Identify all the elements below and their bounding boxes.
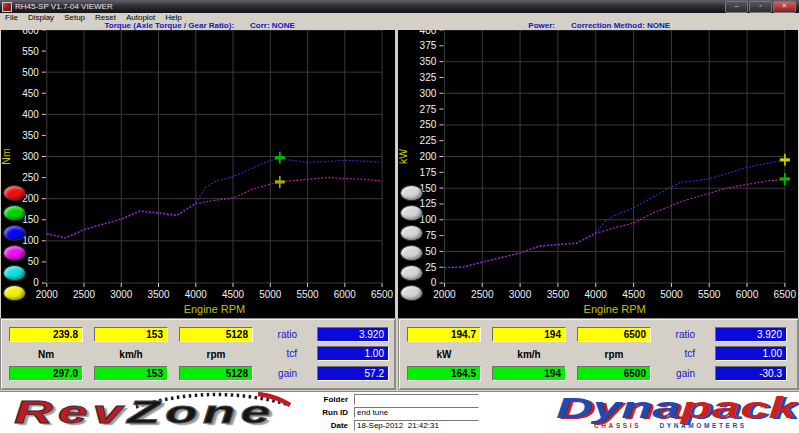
unit-label-kmh: km/h: [94, 349, 168, 361]
gain-value: 57.2: [317, 366, 389, 381]
svg-text:4000: 4000: [185, 289, 208, 300]
cursor2-torque-value: 297.0: [9, 366, 83, 381]
svg-text:100: 100: [22, 235, 39, 246]
run-button-green[interactable]: [3, 205, 26, 221]
tcf-label: tcf: [239, 346, 297, 361]
unit-label-kmh: km/h: [492, 349, 566, 361]
svg-text:250: 250: [22, 172, 39, 183]
torque-chart-title: Torque (Axle Torque / Gear Ratio):: [105, 22, 235, 30]
svg-text:4500: 4500: [222, 289, 245, 300]
run-button-gray-2[interactable]: [400, 205, 423, 221]
svg-text:0: 0: [33, 277, 39, 288]
dynapack-logo-text-pack: pack: [681, 391, 797, 424]
footer-bar: RevZone Folder Run ID Date Dynapack CHAS…: [0, 391, 799, 433]
svg-text:6000: 6000: [334, 289, 357, 300]
svg-text:550: 550: [22, 46, 39, 57]
revzone-logo-text-zone: Zone: [127, 395, 275, 430]
svg-text:350: 350: [420, 56, 437, 67]
svg-text:75: 75: [425, 230, 437, 241]
svg-text:5500: 5500: [296, 289, 319, 300]
svg-text:Engine RPM: Engine RPM: [184, 303, 245, 315]
svg-text:6500: 6500: [371, 289, 394, 300]
menu-display[interactable]: Display: [23, 13, 59, 22]
svg-text:3000: 3000: [509, 289, 532, 300]
torque-readout-panel: 239.8 153 5128 Nm km/h rpm 297.0 153 512…: [0, 318, 396, 390]
cursor2-speed-value: 153: [94, 366, 168, 381]
unit-label-nm: Nm: [9, 349, 83, 361]
run-button-blue[interactable]: [3, 225, 26, 241]
run-button-yellow[interactable]: [3, 285, 26, 301]
app-icon: [2, 2, 12, 12]
torque-plot[interactable]: 0501001502002503003504004505005506002000…: [1, 30, 395, 318]
date-input[interactable]: [354, 420, 479, 431]
svg-text:500: 500: [22, 67, 39, 78]
svg-text:2500: 2500: [471, 289, 494, 300]
gain-label: gain: [239, 366, 297, 381]
ratio-label: ratio: [239, 327, 297, 342]
menu-setup[interactable]: Setup: [59, 13, 90, 22]
svg-text:450: 450: [22, 88, 39, 99]
svg-text:0: 0: [431, 278, 437, 289]
svg-text:2500: 2500: [73, 289, 96, 300]
maximize-button[interactable]: ▫: [749, 1, 772, 13]
power-plot[interactable]: 0255075100125150175200225250275300325350…: [398, 30, 798, 318]
svg-text:350: 350: [22, 130, 39, 141]
unit-label-kw: kW: [407, 349, 481, 361]
run-id-label: Run ID: [303, 407, 348, 419]
cursor2-power-value: 164.5: [407, 366, 481, 381]
torque-chart[interactable]: 0501001502002503003504004505005506002000…: [1, 30, 395, 318]
run-button-cyan[interactable]: [3, 265, 26, 281]
ratio-value: 3.920: [317, 327, 389, 342]
svg-text:6000: 6000: [736, 289, 759, 300]
revzone-logo-text-rev: Rev: [14, 395, 127, 430]
title-bar[interactable]: RH45-SP V1.7-04 VIEWER – ▫ ✕: [0, 0, 799, 13]
run-button-red[interactable]: [3, 185, 26, 201]
window-title: RH45-SP V1.7-04 VIEWER: [15, 2, 113, 11]
run-button-magenta[interactable]: [3, 245, 26, 261]
cursor1-torque-value: 239.8: [9, 327, 83, 342]
svg-text:kW: kW: [398, 149, 409, 164]
run-info-fields: Folder Run ID Date: [303, 394, 493, 432]
torque-correction-status: Corr: NONE: [250, 22, 295, 30]
close-button[interactable]: ✕: [773, 1, 796, 13]
minimize-button[interactable]: –: [725, 1, 748, 13]
svg-text:50: 50: [28, 256, 40, 267]
power-chart-title: Power:: [528, 22, 555, 30]
date-label: Date: [303, 420, 348, 432]
svg-text:6500: 6500: [774, 289, 797, 300]
run-button-gray-6[interactable]: [400, 285, 423, 301]
power-readout-panel: 194.7 194 6500 kW km/h rpm 164.5 194 650…: [398, 318, 799, 390]
svg-text:Nm: Nm: [1, 148, 12, 165]
svg-text:175: 175: [420, 167, 437, 178]
dynapack-logo: Dynapack CHASSIS DYNAMOMETERS: [556, 393, 794, 429]
svg-text:3000: 3000: [110, 289, 133, 300]
svg-text:3500: 3500: [147, 289, 170, 300]
cursor2-speed-value: 194: [492, 366, 566, 381]
svg-text:3500: 3500: [547, 289, 570, 300]
svg-text:300: 300: [22, 151, 39, 162]
power-chart[interactable]: 0255075100125150175200225250275300325350…: [398, 30, 798, 318]
run-id-input[interactable]: [354, 407, 479, 418]
svg-text:125: 125: [420, 198, 437, 209]
run-button-gray-5[interactable]: [400, 265, 423, 281]
svg-text:4500: 4500: [622, 289, 645, 300]
folder-label: Folder: [303, 394, 348, 406]
svg-text:50: 50: [425, 246, 437, 257]
tcf-value: 1.00: [715, 346, 787, 361]
run-button-gray-3[interactable]: [400, 225, 423, 241]
menu-file[interactable]: File: [0, 13, 23, 22]
run-button-gray-4[interactable]: [400, 245, 423, 261]
svg-text:200: 200: [420, 151, 437, 162]
folder-input[interactable]: [354, 394, 479, 405]
svg-text:325: 325: [420, 72, 437, 83]
run-button-gray-1[interactable]: [400, 185, 423, 201]
svg-text:5000: 5000: [660, 289, 683, 300]
svg-text:5000: 5000: [259, 289, 282, 300]
svg-text:400: 400: [22, 109, 39, 120]
svg-text:4000: 4000: [585, 289, 608, 300]
svg-text:Engine RPM: Engine RPM: [584, 303, 646, 315]
dyno-viewer-window: RH45-SP V1.7-04 VIEWER – ▫ ✕ File Displa…: [0, 0, 799, 433]
svg-text:5500: 5500: [698, 289, 721, 300]
svg-text:400: 400: [420, 30, 437, 35]
svg-text:600: 600: [22, 30, 39, 36]
